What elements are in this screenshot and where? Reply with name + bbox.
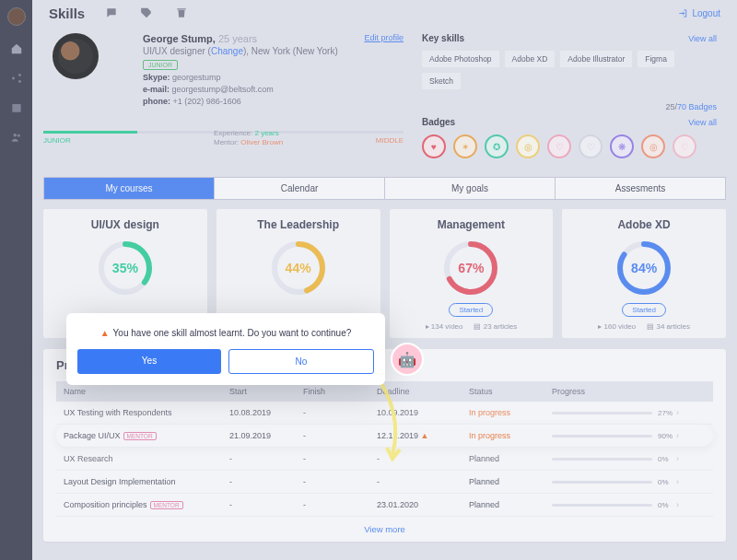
xp-text: Experience: 2 years: [214, 129, 279, 137]
chevron-right-icon: ›: [676, 500, 685, 509]
sidebar-avatar[interactable]: [7, 7, 26, 26]
skill-chip[interactable]: Figma: [638, 51, 674, 67]
modal-yes-button[interactable]: Yes: [77, 349, 221, 374]
chevron-right-icon: ›: [676, 408, 685, 417]
key-skills-title: Key skills: [422, 33, 464, 43]
contact-skype: Skype: georgestump: [143, 73, 338, 82]
started-badge: Started: [622, 303, 666, 317]
users-icon[interactable]: [10, 131, 23, 144]
row-name: UX Research: [64, 454, 229, 463]
profile-role: UI/UX designer (Change), New York (New Y…: [143, 46, 338, 56]
row-progress: 0%: [552, 501, 676, 509]
home-icon[interactable]: [10, 42, 23, 55]
edit-profile-link[interactable]: Edit profile: [364, 33, 404, 42]
tab-calendar[interactable]: Calendar: [214, 178, 384, 199]
tab-assesments[interactable]: Assesments: [555, 178, 725, 199]
badges-viewall[interactable]: View all: [688, 118, 717, 127]
course-card[interactable]: Management67%Started▸ 134 video▤ 23 arti…: [390, 209, 554, 338]
badge-icon[interactable]: ♡: [547, 134, 571, 158]
table-row[interactable]: Layout Design Implementation---Planned0%…: [56, 471, 713, 494]
row-name: Package UI/UXMENTOR: [64, 431, 229, 440]
avatar[interactable]: [53, 33, 99, 79]
row-name: UX Testing with Respondents: [64, 408, 229, 417]
course-title: The Leadership: [216, 218, 380, 231]
svg-point-0: [12, 77, 15, 80]
left-sidebar: [0, 0, 32, 560]
badge-total-link[interactable]: 70 Badges: [677, 102, 717, 111]
badge-icon[interactable]: ◎: [641, 134, 665, 158]
row-start: -: [229, 477, 303, 486]
logout-label: Logout: [692, 8, 720, 18]
badge-icon[interactable]: ✶: [453, 134, 477, 158]
tab-my-goals[interactable]: My goals: [384, 178, 555, 199]
row-status: In progress: [469, 408, 552, 417]
row-progress: 0%: [552, 455, 676, 463]
row-progress: 0%: [552, 478, 676, 486]
mentor-text: Mentor: Oliver Brown: [214, 138, 283, 146]
badge-icon[interactable]: ✪: [485, 134, 509, 158]
chevron-right-icon: ›: [676, 477, 685, 486]
row-status: Planned: [469, 500, 552, 509]
badge-icon[interactable]: ♡: [673, 134, 696, 158]
svg-rect-3: [12, 104, 20, 112]
table-row[interactable]: Composition principlesMENTOR--23.01.2020…: [56, 494, 713, 517]
bot-avatar-icon[interactable]: 🤖: [391, 343, 424, 376]
svg-point-5: [17, 134, 19, 137]
chat-icon[interactable]: [105, 6, 118, 19]
tag-icon[interactable]: [140, 6, 153, 19]
course-card[interactable]: Adobe XD84%Started▸ 160 video▤ 34 articl…: [562, 209, 726, 338]
contact-email: e-mail: georgestump@beltsoft.com: [143, 85, 338, 94]
row-finish: -: [303, 477, 377, 486]
modal-text: ▲You have one skill almost learnt. Do yo…: [77, 328, 374, 338]
badge-icon[interactable]: ❋: [610, 134, 634, 158]
badges-title: Badges: [422, 117, 455, 127]
calendar-icon[interactable]: [10, 101, 23, 114]
video-count: ▸ 160 video: [598, 322, 636, 331]
share-icon[interactable]: [10, 72, 23, 85]
badges-row: ♥✶✪◎♡♡❋◎♡: [422, 134, 717, 158]
trash-icon[interactable]: [175, 6, 188, 19]
row-status: In progress: [469, 431, 552, 440]
row-name: Layout Design Implementation: [64, 477, 229, 486]
started-badge: Started: [449, 303, 493, 317]
row-deadline: -: [377, 477, 469, 486]
row-start: 10.08.2019: [229, 408, 303, 417]
change-role-link[interactable]: Change: [211, 46, 243, 56]
skill-chip[interactable]: Adobe XD: [505, 51, 556, 67]
skill-chip[interactable]: Adobe Illustrator: [560, 51, 632, 67]
course-title: UI/UX design: [43, 218, 207, 231]
tab-my-courses[interactable]: My courses: [44, 178, 214, 199]
xp-middle-label: MIDDLE: [376, 136, 404, 145]
svg-point-4: [13, 134, 17, 137]
course-title: Management: [390, 218, 554, 231]
row-finish: -: [303, 500, 377, 509]
mentor-link[interactable]: Oliver Brown: [240, 138, 283, 146]
profile-name: George Stump, 25 years: [143, 33, 338, 44]
chevron-right-icon: ›: [676, 431, 685, 440]
logout-button[interactable]: Logout: [678, 8, 720, 18]
svg-point-1: [18, 74, 21, 76]
key-skills-viewall[interactable]: View all: [688, 34, 717, 43]
row-start: -: [229, 454, 303, 463]
articles-count: ▤ 34 articles: [647, 322, 690, 331]
row-name: Composition principlesMENTOR: [64, 500, 229, 509]
row-deadline: 23.01.2020: [377, 500, 469, 509]
badge-icon[interactable]: ♥: [422, 134, 446, 158]
svg-point-2: [18, 80, 21, 83]
skill-chip[interactable]: Sketch: [422, 73, 461, 89]
badge-icon[interactable]: ♡: [579, 134, 602, 158]
row-status: Planned: [469, 477, 552, 486]
logout-icon: [678, 8, 688, 18]
page-title: Skills: [49, 6, 85, 21]
modal-no-button[interactable]: No: [228, 349, 374, 374]
skill-chip[interactable]: Adobe Photoshop: [422, 51, 499, 67]
articles-count: ▤ 23 articles: [474, 322, 517, 331]
xp-junior-label: JUNIOR: [43, 136, 71, 145]
continue-modal: ▲You have one skill almost learnt. Do yo…: [66, 313, 385, 385]
video-count: ▸ 134 video: [426, 322, 463, 331]
badge-icon[interactable]: ◎: [516, 134, 540, 158]
profile-card: Edit profile George Stump, 25 years UI/U…: [43, 26, 404, 166]
row-start: 21.09.2019: [229, 431, 303, 440]
view-more-button[interactable]: View more: [56, 517, 713, 536]
row-progress: 90%: [552, 432, 676, 440]
